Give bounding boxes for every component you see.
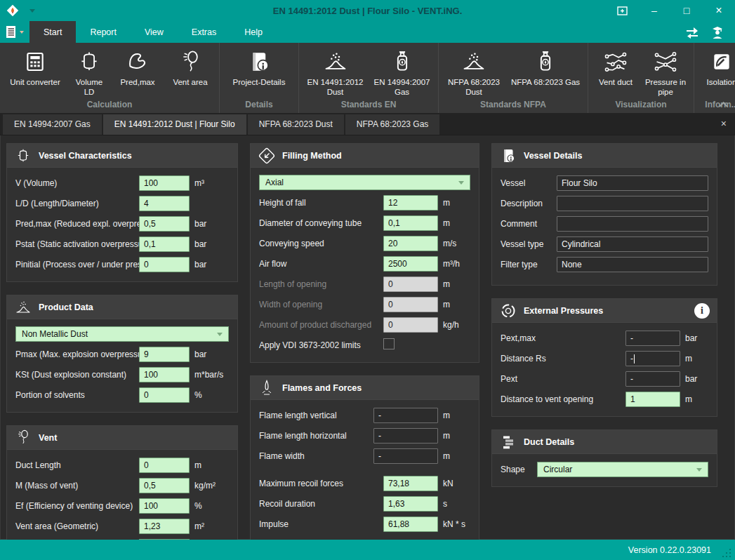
ribbon-group-label: Visualization xyxy=(591,98,691,112)
solvents-input[interactable] xyxy=(139,387,190,403)
menu-view[interactable]: View xyxy=(131,21,178,43)
close-button[interactable]: × xyxy=(703,0,735,21)
comment-input[interactable] xyxy=(557,216,708,232)
conveying-speed-input[interactable] xyxy=(383,236,438,251)
product-type-dropdown[interactable]: Non Metallic Dust xyxy=(15,326,229,342)
maximize-button[interactable]: □ xyxy=(670,0,703,21)
ribbon-button-label: EN 14491:2012 Dust xyxy=(306,77,364,98)
filter-type-input[interactable] xyxy=(557,257,708,272)
field-row: Comment xyxy=(501,215,708,232)
apply-vdi-limits-checkbox[interactable] xyxy=(383,338,395,349)
app-logo-icon[interactable] xyxy=(6,4,20,18)
pressure-in-pipe-button[interactable]: Pressure in pipe xyxy=(640,46,691,98)
field-row: Pext bar xyxy=(501,371,708,387)
field-row: Flame width m xyxy=(259,448,470,465)
field-row: Distance Rs - m xyxy=(501,350,708,367)
file-menu-button[interactable] xyxy=(0,21,29,43)
dust-pile-icon xyxy=(322,48,349,76)
pmax-input[interactable] xyxy=(139,347,190,362)
height-of-fall-input[interactable] xyxy=(383,195,438,211)
project-details-button[interactable]: Project-Details xyxy=(223,46,296,87)
nfpa-68-gas-button[interactable]: NFPA 68:2023 Gas xyxy=(506,46,585,87)
air-flow-input[interactable] xyxy=(383,256,438,272)
pinitial-input[interactable] xyxy=(139,257,190,272)
unit-converter-button[interactable]: Unit converter xyxy=(3,46,67,87)
field-label: Length of opening xyxy=(259,279,383,289)
info-circle-icon[interactable]: i xyxy=(694,303,710,319)
tab-close-icon[interactable]: × xyxy=(721,119,727,128)
checkbox-row: Apply VDI 3673-2002 limits xyxy=(259,337,470,354)
collapse-ribbon-icon[interactable] xyxy=(720,101,727,107)
panel-title: Filling Method xyxy=(282,151,342,161)
tutor-graduate-icon[interactable] xyxy=(708,24,727,41)
isolation-button[interactable]: Isolation xyxy=(697,46,735,87)
conveying-tube-diameter-input[interactable] xyxy=(383,215,438,231)
max-recoil-forces-output[interactable] xyxy=(383,476,438,491)
description-input[interactable] xyxy=(557,196,708,211)
recoil-duration-output[interactable] xyxy=(383,496,438,512)
panel-title: Duct Details xyxy=(524,437,574,447)
panel-duct-details: Duct Details Shape Circular xyxy=(491,429,717,487)
ribbon-group-information: Isolation Inform... xyxy=(694,43,735,113)
impulse-output[interactable] xyxy=(383,516,438,532)
ribbon-button-label: Project-Details xyxy=(233,77,286,87)
book-info-icon xyxy=(247,48,271,76)
pred-max-button[interactable]: Pred,max xyxy=(111,46,164,87)
pstat-input[interactable] xyxy=(139,236,190,252)
en-14994-gas-button[interactable]: EN 14994:2007 Gas xyxy=(369,46,435,98)
field-row: Conveying speed m/s xyxy=(259,235,470,252)
ribbon-group-visualization: Vent duct Pressure in pipe Visualization xyxy=(588,43,694,113)
menu-help[interactable]: Help xyxy=(230,21,277,43)
field-label: Flame length horizontal xyxy=(259,431,373,441)
distance-to-vent-opening-input[interactable] xyxy=(625,392,680,407)
ld-ratio-input[interactable] xyxy=(139,196,190,211)
nfpa-68-dust-button[interactable]: NFPA 68:2023 Dust xyxy=(442,46,506,98)
v-volume-input[interactable] xyxy=(139,175,190,191)
vessel-type-input[interactable] xyxy=(557,236,708,252)
tab-en-14994-gas[interactable]: EN 14994:2007 Gas xyxy=(3,114,102,135)
popup-window-icon[interactable] xyxy=(606,0,638,21)
distance-rs-input[interactable]: - xyxy=(625,351,680,366)
flame-width-output[interactable] xyxy=(373,448,438,464)
vent-duct-button[interactable]: Vent duct xyxy=(591,46,640,87)
ribbon-group-label: Details xyxy=(223,98,296,112)
tab-en-14491-dust-flour-silo[interactable]: EN 14491:2012 Dust | Flour Silo xyxy=(103,114,246,135)
vent-area-button[interactable]: Vent area xyxy=(164,46,216,87)
transfer-arrows-icon[interactable] xyxy=(683,24,701,41)
duct-shape-dropdown[interactable]: Circular xyxy=(537,462,708,477)
menu-start[interactable]: Start xyxy=(29,21,76,43)
efficiency-input[interactable] xyxy=(139,498,190,514)
pred-max-input[interactable] xyxy=(139,216,190,232)
window-controls: – □ × xyxy=(606,0,735,21)
filling-method-dropdown[interactable]: Axial xyxy=(259,175,470,190)
minimize-button[interactable]: – xyxy=(638,0,670,21)
panel-product-data: Product Data Non Metallic Dust Pmax (Max… xyxy=(6,295,238,413)
menu-report[interactable]: Report xyxy=(76,21,131,43)
panel-vessel-characteristics: Vessel Characteristics V (Volume) m³ L/D… xyxy=(6,143,238,282)
app-menu-caret-icon[interactable] xyxy=(29,9,35,13)
duct-length-input[interactable] xyxy=(139,458,190,473)
mass-of-vent-input[interactable] xyxy=(139,478,190,493)
flame-length-horizontal-output[interactable] xyxy=(373,428,438,444)
en-14491-dust-button[interactable]: EN 14491:2012 Dust xyxy=(302,46,369,98)
volume-ld-button[interactable]: Volume LD xyxy=(67,46,111,98)
menu-extras[interactable]: Extras xyxy=(178,21,230,43)
flame-length-vertical-output[interactable] xyxy=(373,408,438,423)
vessel-icon xyxy=(77,48,101,76)
unit-label: % xyxy=(190,390,229,400)
kst-input[interactable] xyxy=(139,367,190,382)
pext-max-output[interactable] xyxy=(625,331,680,346)
tab-nfpa-68-dust[interactable]: NFPA 68:2023 Dust xyxy=(248,114,344,135)
unit-label: m³ xyxy=(190,178,229,188)
unit-label: bar xyxy=(680,374,708,384)
panel-title: Vessel Details xyxy=(524,151,582,161)
pext-output[interactable] xyxy=(625,371,680,387)
vessel-name-input[interactable] xyxy=(557,175,708,191)
ribbon-group-label: Standards EN xyxy=(302,98,435,112)
unit-label: m*bar/s xyxy=(190,370,229,380)
vent-area-geometric-input[interactable] xyxy=(139,519,190,534)
resize-grip[interactable] xyxy=(722,549,731,557)
unit-label: bar xyxy=(190,219,229,229)
product-discharged-input xyxy=(383,317,438,333)
tab-nfpa-68-gas[interactable]: NFPA 68:2023 Gas xyxy=(345,114,440,135)
